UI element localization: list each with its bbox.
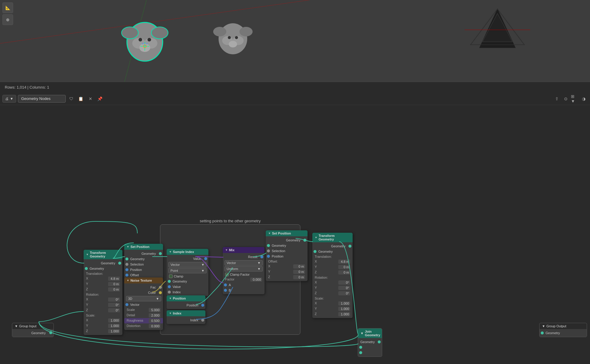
rows-cols-info: Rows: 1,014 | Columns: 1 [5,85,49,90]
join-geo-output-socket [378,340,381,343]
sample-index-node[interactable]: ▼ Sample Index Value Vector ▼ Point ▼ Cl… [167,249,208,296]
si-index-label: Index [173,290,181,294]
svg-point-18 [228,36,231,39]
si-title: Sample Index [173,250,194,254]
pos-title: Position [173,297,186,300]
mix-factor-row: Factor 0.000 [223,277,265,282]
mix-type-dropdown[interactable]: Vector ▼ [225,260,263,266]
editor-type-button[interactable]: 🖨 ▼ [2,95,16,103]
si-value-out-label: Value [193,257,201,260]
idx-body: Index [167,316,205,324]
copy-icon-button[interactable]: 📋 [77,95,85,103]
group-input-body: Geometry [12,329,53,337]
tg1-z-row: Z 0 m [84,287,122,292]
arrange-icon-button[interactable]: ⇧ [553,95,561,103]
sp2-output-row: Geometry [266,237,308,243]
node-tree-title[interactable]: Geometry Nodes [18,95,66,103]
noise-roughness-row: Roughness 0.500 [124,318,163,323]
mix-clamp-checkbox[interactable]: ✓ [225,273,229,276]
join-geometry-node[interactable]: ▼ Join Geometry Geometry [358,328,382,357]
overlay-icon-button[interactable]: ◑ [580,95,588,103]
set-position-1-node[interactable]: ▼ Set Position Geometry Geometry Selecti… [124,244,163,279]
si-index-socket [168,291,171,294]
group-input-geometry-socket [49,331,52,335]
sp2-geom-socket [267,244,270,247]
sp1-title: Set Position [130,245,150,249]
shield-icon-button[interactable]: 🛡 [67,95,75,103]
transform-geo-1-title: Transform Geometry [90,251,120,258]
sp2-z-row: Z 0 m [266,274,308,280]
si-geometry-row: Geometry [167,279,208,284]
tg2-translation-section: Translation: [312,254,353,259]
sp2-sel-label: Selection [272,249,285,253]
transform-geo-1-body: Geometry Geometry Translation: X 4.8 m Y… [84,259,122,335]
noise-texture-node[interactable]: ▼ Noise Texture Fac Color 3D ▼ Vector Sc… [124,277,163,330]
viewport-toolbar-left: 📐 ⊕ [2,2,13,25]
editor-type-icon: 🖨 [5,97,9,101]
group-output-title: Group Output [546,324,566,328]
noise-fac-socket [159,286,162,289]
sp1-pos-socket [125,268,128,271]
join-geo-output-row: Geometry [358,339,382,345]
camera-wireframe [465,6,530,54]
noise-color-row: Color [124,290,163,295]
sp1-output-row: Geometry [124,251,163,256]
mix-result-row: Result [223,254,265,260]
sp2-header: ▼ Set Position [266,230,308,236]
ruler-button[interactable]: 📐 [2,2,13,13]
group-output-node[interactable]: ▼ Group Output Geometry [539,323,587,337]
tg1-geometry-label: Geometry [90,267,104,270]
sp1-body: Geometry Geometry Selection Position Off… [124,250,163,279]
group-output-arrow: ▼ [542,324,545,328]
cursor-icon-button[interactable]: ⊙ [562,95,570,103]
group-input-header: ▼ Group Input [12,323,53,329]
transform-geometry-2-node[interactable]: ▼ Transform Geometry Geometry Geometry T… [312,233,353,318]
set-position-2-node[interactable]: ▼ Set Position Geometry Geometry Selecti… [266,230,308,281]
tg2-output-label: Geometry [331,244,345,248]
node-editor-header: 🖨 ▼ Geometry Nodes 🛡 📋 ✕ 📌 ⇧ ⊙ ⊞ ▼ ◑ [0,92,590,105]
group-out-geom-label: Geometry [546,331,560,335]
tg2-z-row: Z 0 m [312,270,353,275]
tg2-x-row: X 4.8 m [312,259,353,264]
sp2-output-label: Geometry [286,238,300,242]
snap-icon-button[interactable]: ⊞ ▼ [571,95,579,103]
tg1-output-row: Geometry [84,260,122,266]
transform-geometry-1-node[interactable]: ▼ Transform Geometry Geometry Geometry T… [84,250,122,335]
close-icon-button[interactable]: ✕ [87,95,94,103]
3d-viewport[interactable]: 📐 ⊕ [0,0,590,92]
tg1-sx-row: X 1.000 [84,318,122,323]
index-node[interactable]: ▼ Index Index [167,310,205,324]
sp1-output-label: Geometry [142,252,156,255]
monkey-left [113,12,176,66]
position-node[interactable]: ▼ Position Position [167,295,205,309]
join-geo-header: ▼ Join Geometry [358,328,382,338]
svg-point-6 [139,38,142,41]
group-output-geometry-row: Geometry [540,330,587,336]
group-input-node[interactable]: ▼ Group Input Geometry [12,323,54,337]
add-mesh-button[interactable]: ⊕ [2,14,13,25]
join-geo-in2-row [358,350,382,355]
transform-geo-1-header: ▼ Transform Geometry [84,250,122,259]
mix-node[interactable]: ▼ Mix Result Vector ▼ Uniform ▼ ✓ Clamp … [223,247,265,294]
node-canvas[interactable]: setting points to the other geometry ▼ G… [0,105,590,364]
tg2-header: ▼ Transform Geometry [312,233,353,242]
si-value-out-row: Value [167,256,208,261]
si-clamp-checkbox[interactable] [169,274,173,278]
idx-output-socket [201,319,204,322]
pos-output-label: Position [187,303,198,307]
tg2-rz-row: Z 0° [312,291,353,296]
tg1-sy-row: Y 1.000 [84,323,122,328]
tg1-output-socket [118,262,121,265]
mix-mode-dropdown[interactable]: Uniform ▼ [225,266,263,272]
si-value-in-label: Value [173,285,181,289]
sp1-off-socket [125,274,128,277]
si-clamp-row: Clamp [167,274,208,279]
tg2-output-row: Geometry [312,243,353,249]
svg-point-17 [229,41,237,47]
pin-icon-button[interactable]: 📌 [96,95,104,103]
noise-mode-dropdown[interactable]: 3D ▼ [126,296,161,301]
si-type-dropdown[interactable]: Vector ▼ [168,262,207,267]
si-domain-dropdown[interactable]: Point ▼ [168,268,207,273]
si-value-in-row: Value [167,284,208,289]
si-geom-socket [168,280,171,283]
